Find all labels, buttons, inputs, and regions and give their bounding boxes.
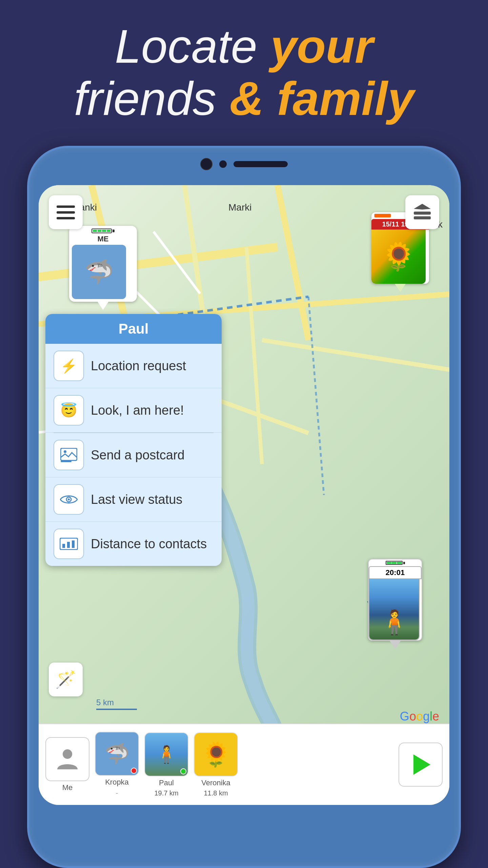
me-person-icon xyxy=(45,737,89,781)
popup-item-look-i-am-here[interactable]: 😇 Look, I am here! xyxy=(45,388,222,433)
svg-line-12 xyxy=(262,340,449,371)
google-l-letter: l xyxy=(430,709,432,723)
popup-last-view-label: Last view status xyxy=(91,492,182,507)
contact-veronika-distance: 11.8 km xyxy=(204,789,228,797)
veronika-avatar: 🌻 xyxy=(194,732,238,776)
svg-rect-26 xyxy=(72,540,75,548)
popup-item-send-postcard[interactable]: Send a postcard xyxy=(45,433,222,477)
svg-line-14 xyxy=(308,297,324,495)
menu-line-3 xyxy=(57,217,75,219)
kropka-status-dot xyxy=(131,768,137,774)
contact-kropka-label: Kropka xyxy=(105,778,129,787)
popup-item-last-view-status[interactable]: Last view status xyxy=(45,477,222,522)
magic-wand-button[interactable]: 🪄 xyxy=(49,663,83,696)
popup-item-location-request[interactable]: ⚡ Location request xyxy=(45,344,222,388)
contact-paul-distance: 19.7 km xyxy=(154,789,178,797)
svg-rect-15 xyxy=(414,216,431,219)
menu-button[interactable] xyxy=(49,195,83,229)
contact-veronika-label: Veronika xyxy=(201,778,230,787)
google-o2-letter: o xyxy=(416,709,423,723)
person-silhouette xyxy=(56,747,79,771)
contact-paul-label: Paul xyxy=(159,778,174,787)
veronika-photo: 🌻 xyxy=(371,230,426,284)
kropka-avatar: 🦈 xyxy=(95,732,139,776)
google-logo: Google xyxy=(400,709,439,724)
bar-chart-icon xyxy=(60,538,78,550)
phone-top-notch xyxy=(200,158,288,170)
sunflower-icon: 🌻 xyxy=(371,230,426,284)
contact-me-label: Me xyxy=(62,783,73,792)
contact-me[interactable]: Me xyxy=(45,737,89,792)
paul-person-icon: 🧍 xyxy=(156,745,177,764)
svg-rect-16 xyxy=(414,212,431,215)
distance-icon xyxy=(54,529,84,559)
paul-marker[interactable]: 20:01 🧍 xyxy=(368,559,422,649)
paul-standing-person: 🧍 xyxy=(369,579,419,639)
svg-rect-18 xyxy=(61,448,77,460)
lightning-icon: ⚡ xyxy=(54,351,84,381)
paul-status-dot xyxy=(180,768,186,774)
header-emphasis-your: your xyxy=(270,20,373,73)
scale-label: 5 km xyxy=(96,698,137,707)
popup-item-distance-contacts[interactable]: Distance to contacts xyxy=(45,522,222,566)
popup-look-here-label: Look, I am here! xyxy=(91,403,184,418)
me-avatar: 🦈 xyxy=(72,245,126,299)
popup-contact-name: Paul xyxy=(45,314,222,344)
map-scale: 5 km xyxy=(96,698,137,710)
layers-button[interactable] xyxy=(405,195,439,229)
menu-line-2 xyxy=(57,211,75,214)
svg-point-27 xyxy=(63,749,72,759)
me-marker-pointer xyxy=(98,302,108,310)
menu-line-1 xyxy=(57,205,75,208)
me-battery xyxy=(72,229,134,233)
angel-emoji-icon: 😇 xyxy=(54,395,84,426)
me-marker[interactable]: ME 🦈 xyxy=(69,226,137,310)
paul-marker-pointer xyxy=(390,641,401,649)
sunflower-icon-bottom: 🌻 xyxy=(201,741,231,768)
google-e-letter: e xyxy=(432,709,439,723)
contact-veronika[interactable]: 🌻 Veronika 11.8 km xyxy=(194,732,238,797)
header-emphasis-family: & family xyxy=(229,72,414,125)
wand-icon: 🪄 xyxy=(55,670,76,689)
sensor xyxy=(219,160,227,168)
popup-location-request-label: Location request xyxy=(91,359,186,373)
header-line1: Locate your xyxy=(0,20,488,73)
play-triangle-icon xyxy=(413,754,430,775)
svg-point-22 xyxy=(68,498,70,500)
header: Locate your friends & family xyxy=(0,20,488,125)
google-o1-letter: o xyxy=(409,709,416,723)
popup-distance-label: Distance to contacts xyxy=(91,537,207,551)
contact-kropka-distance: - xyxy=(116,789,118,797)
svg-marker-17 xyxy=(414,204,431,210)
fish-icon-bottom: 🦈 xyxy=(104,742,130,766)
contact-popup-menu: Paul ⚡ Location request 😇 Look, I am her… xyxy=(45,314,222,566)
me-marker-box: ME 🦈 xyxy=(69,226,137,302)
front-camera xyxy=(200,158,212,170)
eye-icon xyxy=(54,484,84,515)
phone-frame: Łomianki Marki Zielonk Vistula River xyxy=(27,146,461,868)
contact-kropka[interactable]: 🦈 Kropka - xyxy=(95,732,139,797)
paul-timestamp: 20:01 xyxy=(369,566,422,579)
popup-send-postcard-label: Send a postcard xyxy=(91,448,185,462)
phone-screen: Łomianki Marki Zielonk Vistula River xyxy=(39,185,449,805)
paul-photo: 🧍 xyxy=(369,579,420,640)
postcard-icon xyxy=(54,440,84,470)
map-area[interactable]: Łomianki Marki Zielonk Vistula River xyxy=(39,185,449,805)
fish-icon: 🦈 xyxy=(84,258,114,286)
google-g2-letter: g xyxy=(423,709,430,723)
paul-avatar: 🧍 xyxy=(144,732,188,776)
play-button[interactable] xyxy=(399,743,443,787)
svg-line-5 xyxy=(246,247,262,464)
contact-paul[interactable]: 🧍 Paul 19.7 km xyxy=(144,732,188,797)
layers-icon xyxy=(412,202,432,222)
header-line2: friends & family xyxy=(0,73,488,125)
scale-line xyxy=(96,709,137,710)
veronika-marker-pointer xyxy=(395,284,406,292)
eye-svg xyxy=(60,493,78,506)
svg-rect-20 xyxy=(61,461,72,462)
svg-rect-24 xyxy=(62,544,65,548)
svg-rect-25 xyxy=(67,542,70,548)
me-label: ME xyxy=(72,235,134,243)
image-icon xyxy=(60,448,77,462)
contacts-bottom-bar: Me 🦈 Kropka - 🧍 Pa xyxy=(39,724,449,805)
